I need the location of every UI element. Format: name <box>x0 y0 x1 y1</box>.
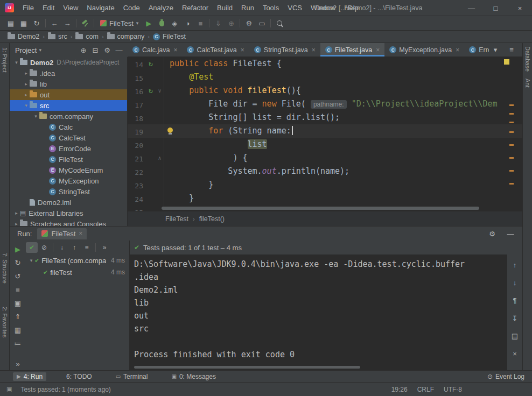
menu-run[interactable]: Run <box>237 2 258 13</box>
tool-button-0-messages[interactable]: ▣0: Messages <box>167 372 220 381</box>
editor-breadcrumb-item-filetest[interactable]: FileTest <box>165 215 188 223</box>
build-hammer-icon[interactable] <box>79 17 92 29</box>
intention-bulb-icon[interactable] <box>167 128 173 133</box>
maximize-button[interactable]: □ <box>484 0 508 16</box>
import-test-results-icon[interactable]: ⇑ <box>12 310 24 323</box>
run-configuration-select[interactable]: FileTest ▾ <box>96 17 142 29</box>
run-tab-close-icon[interactable]: × <box>79 230 82 237</box>
breadcrumb-item-com[interactable]: com <box>75 33 99 40</box>
breadcrumb-item-filetest[interactable]: CFileTest <box>153 33 186 40</box>
code-line-23[interactable]: 23 } <box>128 178 522 192</box>
tree-chevron[interactable]: ▸ <box>23 70 30 76</box>
more-actions-icon[interactable]: » <box>99 242 110 253</box>
tab-close-icon[interactable]: × <box>241 46 244 54</box>
print-icon[interactable]: ▤ <box>508 330 521 342</box>
tool-button-6-todo[interactable]: 6: TODO <box>62 372 96 381</box>
code-line-20[interactable]: 20 list <box>128 138 522 151</box>
tree-chevron[interactable]: ▸ <box>13 210 20 216</box>
editor-tab-calc-java[interactable]: CCalc.java× <box>128 43 182 56</box>
hidden-tabs-icon[interactable]: ▾ <box>489 44 502 56</box>
tab-close-icon[interactable]: × <box>312 46 316 54</box>
profiler-icon[interactable]: ◑ <box>181 17 194 29</box>
panel-settings-icon[interactable]: ⚙ <box>102 44 113 56</box>
code-line-18[interactable]: 18 String[] list = dir.list(); <box>128 111 522 124</box>
tree-chevron[interactable]: ▾ <box>32 114 39 119</box>
hide-run-panel-icon[interactable]: — <box>504 228 517 239</box>
status-item-crlf[interactable]: CRLF <box>417 386 434 393</box>
project-tree-item-external-libraries[interactable]: ▸▤External Libraries <box>10 208 127 218</box>
editor-tab-stringtest-java[interactable]: CStringTest.java× <box>249 43 320 56</box>
tool-button-terminal[interactable]: ▭Terminal <box>112 372 152 381</box>
fold-icon[interactable]: ∧ <box>156 151 164 165</box>
status-item-utf-8[interactable]: UTF-8 <box>444 386 462 393</box>
code-line-17[interactable]: 17 File dir = new File( pathname: "D:\\P… <box>128 97 522 111</box>
tab-close-icon[interactable]: × <box>456 46 459 54</box>
stop-process-icon[interactable]: ■ <box>12 283 24 296</box>
soft-wrap-icon[interactable]: ¶ <box>508 294 521 306</box>
forward-icon[interactable]: → <box>61 17 74 29</box>
menu-vcs[interactable]: VCS <box>283 2 306 13</box>
project-tree-item-idea[interactable]: ▸.idea <box>10 68 127 79</box>
project-tree-item-lib[interactable]: ▸lib <box>10 79 127 89</box>
locate-file-icon[interactable]: ⊕ <box>78 44 89 56</box>
project-tree-item-myexception[interactable]: CMyException <box>10 175 127 186</box>
project-tree-item-filetest[interactable]: CFileTest <box>10 154 127 165</box>
menu-analyze[interactable]: Analyze <box>144 2 178 13</box>
code-line-21[interactable]: 21∧ ) { <box>128 151 522 165</box>
run-icon[interactable]: ▶ <box>142 17 155 29</box>
code-line-24[interactable]: 24 } <box>128 192 522 205</box>
project-tree-item-errorcode[interactable]: EErrorCode <box>10 143 127 154</box>
tool-stripe-2-favorites[interactable]: 2: Favorites <box>0 307 10 337</box>
attach-debugger-icon[interactable]: ⊕ <box>225 17 237 29</box>
console-output[interactable]: D:\Software\Java\JDK9.0.4\bin\java.exe -… <box>130 254 507 371</box>
clear-console-icon[interactable]: × <box>508 348 521 359</box>
settings-wrench-icon[interactable]: ⚙ <box>242 17 255 29</box>
minimize-button[interactable]: — <box>459 0 484 16</box>
run-coverage-icon[interactable]: ◈ <box>168 17 181 29</box>
stop-icon[interactable]: ■ <box>194 17 207 29</box>
more-icon[interactable]: » <box>12 357 24 371</box>
editor-tab-calctest-java[interactable]: CCalcTest.java× <box>182 43 249 56</box>
hide-panel-icon[interactable]: — <box>114 44 124 56</box>
tool-stripe-1-project[interactable]: 1: Project <box>0 47 10 72</box>
show-passed-icon[interactable]: ✔ <box>26 242 38 253</box>
tree-chevron[interactable]: ▾ <box>23 103 30 108</box>
tool-stripe-database[interactable]: Database <box>523 46 532 72</box>
run-test-gutter-icon[interactable]: ↻ <box>146 57 156 70</box>
test-history-icon[interactable]: ▣ <box>12 296 24 310</box>
rerun-tests-icon[interactable]: ▶ <box>12 243 24 256</box>
expand-all-icon[interactable]: ≡ <box>81 242 93 253</box>
project-tree-item-src[interactable]: ▾src <box>10 100 127 111</box>
update-app-icon[interactable]: ⇓ <box>212 17 225 29</box>
back-icon[interactable]: ← <box>48 17 61 29</box>
editor-tab-myexception-java[interactable]: CMyException.java× <box>384 43 464 56</box>
project-panel-title[interactable]: Project <box>15 46 37 54</box>
menu-view[interactable]: View <box>59 2 82 13</box>
project-tree-item-com-company[interactable]: ▾com.company <box>10 111 127 122</box>
menu-edit[interactable]: Edit <box>38 2 59 13</box>
close-button[interactable]: × <box>508 0 532 16</box>
scroll-to-end-icon[interactable]: ↧ <box>508 312 521 324</box>
collapse-all-icon[interactable]: ⊟ <box>90 44 101 56</box>
status-item-19-26[interactable]: 19:26 <box>391 386 408 393</box>
sync-icon[interactable]: ↻ <box>30 17 43 29</box>
code-editor[interactable]: 14↻public class FileTest {15 @Test16↻∨ p… <box>128 57 522 211</box>
menu-code[interactable]: Code <box>119 2 144 13</box>
sort-alphabetically-icon[interactable]: ↑ <box>68 242 80 253</box>
rerun-failed-icon[interactable]: ↻ <box>12 256 24 270</box>
tool-window-toggle-icon[interactable]: ▣ <box>6 386 12 393</box>
debug-icon[interactable] <box>155 17 168 29</box>
run-test-gutter-icon[interactable]: ↻ <box>146 84 156 97</box>
tree-chevron[interactable]: ▸ <box>23 81 30 87</box>
tool-stripe-7-structure[interactable]: 7: Structure <box>0 253 10 284</box>
project-tree-item-scratches-and-consoles[interactable]: ▸Scratches and Consoles <box>10 218 127 226</box>
breadcrumb-item-src[interactable]: src <box>48 33 67 40</box>
code-line-16[interactable]: 16↻∨ public void fileTest(){ <box>128 84 522 97</box>
console-horizontal-scrollbar[interactable] <box>134 366 360 369</box>
project-tree-item-mycodeenum[interactable]: EMyCodeEnum <box>10 165 127 175</box>
editor-breadcrumb-item-filetest[interactable]: fileTest() <box>199 215 225 223</box>
sort-by-duration-icon[interactable]: ↓ <box>56 242 68 253</box>
coverage-grid-icon[interactable]: ▦ <box>12 323 24 337</box>
tab-close-icon[interactable]: × <box>173 46 177 54</box>
scroll-down-icon[interactable]: ↓ <box>508 277 521 288</box>
